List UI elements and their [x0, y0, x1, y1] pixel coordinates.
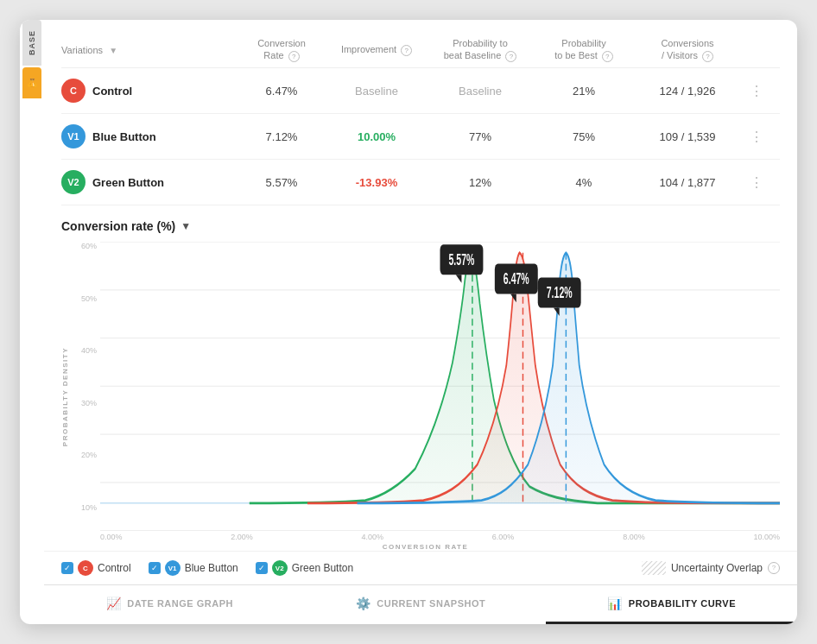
legend-checkbox-v1[interactable]: ✓ [149, 562, 161, 574]
table-row: C Control 6.47% Baseline Baseline 21% 12… [61, 68, 780, 114]
th-prob-beat: Probability tobeat Baseline ? [424, 37, 536, 62]
svg-rect-21 [642, 561, 666, 575]
improvement-info-icon[interactable]: ? [401, 45, 412, 56]
table-header: Variations ▼ ConversionRate ? Improvemen… [61, 30, 780, 68]
variant-cell-control: C Control [61, 79, 234, 103]
main-container: BASE 🏆 Variations ▼ ConversionRate ? Imp… [20, 20, 797, 624]
legend-item-v1: ✓ V1 Blue Button [149, 560, 238, 576]
variant-name-v1: Blue Button [92, 130, 156, 143]
hatch-pattern-icon [642, 561, 666, 575]
badge-v2: V2 [61, 170, 86, 194]
y-tick-40: 40% [81, 346, 97, 355]
chart-dropdown-icon[interactable]: ▼ [180, 220, 191, 232]
legend-checkbox-v2[interactable]: ✓ [256, 562, 268, 574]
bottom-tabs: 📈 DATE RANGE GRAPH ⚙️ CURRENT SNAPSHOT 📊… [44, 584, 797, 624]
tab-label-snapshot: CURRENT SNAPSHOT [377, 598, 485, 609]
svg-text:5.57%: 5.57% [448, 252, 474, 268]
legend-badge-v2: V2 [272, 560, 288, 576]
x-axis-title: CONVERSION RATE [71, 543, 780, 551]
conversions-info-icon[interactable]: ? [702, 51, 713, 62]
svg-text:6.47%: 6.47% [504, 271, 529, 287]
th-variations: Variations ▼ [61, 44, 234, 56]
chart-canvas-area: 60% 50% 40% 30% 20% 10% [71, 242, 780, 531]
prob-best-info-icon[interactable]: ? [602, 51, 613, 62]
date-range-icon: 📈 [106, 597, 122, 610]
prob-beat-info-icon[interactable]: ? [505, 51, 516, 62]
table-row: V1 Blue Button 7.12% 10.00% 77% 75% 109 … [61, 114, 780, 160]
y-tick-50: 50% [81, 294, 97, 303]
check-icon-v2: ✓ [258, 564, 265, 572]
chart-inner: 60% 50% 40% 30% 20% 10% [71, 242, 780, 551]
tab-label-date-range: DATE RANGE GRAPH [127, 598, 233, 609]
conv-rate-info-icon[interactable]: ? [288, 51, 300, 62]
th-prob-best: Probabilityto be Best ? [536, 37, 631, 62]
conversions-v1: 109 / 1,539 [631, 130, 744, 143]
prob-curve-icon: 📊 [607, 597, 623, 610]
x-tick-2: 2.00% [231, 533, 253, 541]
tab-snapshot[interactable]: ⚙️ CURRENT SNAPSHOT [295, 585, 547, 624]
chart-title-row: Conversion rate (%) ▼ [61, 219, 780, 233]
legend-item-v2: ✓ V2 Green Button [256, 560, 353, 576]
x-tick-6: 6.00% [492, 533, 515, 541]
legend-row: ✓ C Control ✓ V1 Blue Button ✓ V2 Green … [44, 551, 797, 584]
legend-label-control: Control [98, 562, 131, 574]
badge-v1: V1 [61, 124, 86, 148]
prob-beat-control: Baseline [424, 85, 536, 98]
prob-beat-v2: 12% [424, 176, 536, 189]
uncertainty-info-icon[interactable]: ? [768, 562, 780, 574]
check-icon-v1: ✓ [151, 564, 158, 572]
tab-date-range[interactable]: 📈 DATE RANGE GRAPH [44, 585, 295, 624]
chart-title: Conversion rate (%) [61, 219, 175, 233]
x-tick-10: 10.00% [753, 533, 780, 541]
th-conv-rate: ConversionRate ? [234, 37, 329, 62]
y-tick-20: 20% [81, 451, 97, 459]
th-improvement: Improvement ? [329, 43, 424, 56]
conv-rate-v2: 5.57% [234, 176, 329, 189]
y-tick-10: 10% [81, 503, 97, 512]
chart-wrapper: PROBABILTY DENSITY 60% 50% 40% 30% 20% 1… [61, 242, 780, 551]
legend-badge-control: C [78, 560, 93, 576]
svg-text:7.12%: 7.12% [547, 285, 573, 301]
snapshot-icon: ⚙️ [356, 597, 371, 610]
improvement-control: Baseline [329, 85, 424, 98]
more-btn-control[interactable]: ⋮ [744, 83, 770, 99]
badge-control: C [61, 79, 86, 103]
x-tick-4: 4.00% [362, 533, 384, 541]
filter-icon[interactable]: ▼ [109, 45, 117, 56]
prob-best-control: 21% [536, 85, 631, 98]
prob-best-v2: 4% [536, 176, 631, 189]
tab-label-prob-curve: PROBABILITY CURVE [629, 598, 736, 609]
conv-rate-control: 6.47% [234, 85, 329, 98]
variant-cell-v1: V1 Blue Button [61, 124, 234, 148]
uncertainty-overlap-label: Uncertainty Overlap [671, 562, 763, 574]
y-axis-label: PROBABILTY DENSITY [61, 347, 69, 446]
legend-item-control: ✓ C Control [61, 560, 131, 576]
conversions-control: 124 / 1,926 [631, 85, 744, 98]
th-conversions: Conversions/ Visitors ? [631, 37, 744, 62]
x-tick-8: 8.00% [623, 533, 645, 541]
y-tick-60: 60% [81, 242, 97, 250]
variant-cell-v2: V2 Green Button [61, 170, 234, 194]
variant-name-control: Control [92, 85, 132, 98]
legend-checkbox-control[interactable]: ✓ [61, 562, 73, 574]
variant-name-v2: Green Button [92, 176, 164, 189]
base-tab[interactable]: BASE [22, 20, 41, 66]
side-tabs: BASE 🏆 [20, 20, 44, 624]
prob-beat-v1: 77% [424, 130, 536, 143]
legend-label-v1: Blue Button [185, 562, 238, 574]
table-row: V2 Green Button 5.57% -13.93% 12% 4% 104… [61, 160, 780, 205]
conv-rate-v1: 7.12% [234, 130, 329, 143]
chart-section: Conversion rate (%) ▼ PROBABILTY DENSITY… [44, 205, 797, 551]
tab-prob-curve[interactable]: 📊 PROBABILITY CURVE [546, 585, 797, 624]
y-tick-30: 30% [81, 399, 97, 407]
svg-marker-13 [456, 275, 462, 284]
table-section: Variations ▼ ConversionRate ? Improvemen… [44, 20, 797, 205]
winner-tab[interactable]: 🏆 [22, 67, 41, 98]
chart-svg: 5.57% 6.47% 7.12% [100, 242, 780, 531]
more-btn-v1[interactable]: ⋮ [744, 129, 770, 145]
prob-best-v1: 75% [536, 130, 631, 143]
legend-label-v2: Green Button [292, 562, 353, 574]
check-icon-control: ✓ [64, 564, 71, 572]
legend-badge-v1: V1 [165, 560, 180, 576]
more-btn-v2[interactable]: ⋮ [744, 174, 770, 191]
